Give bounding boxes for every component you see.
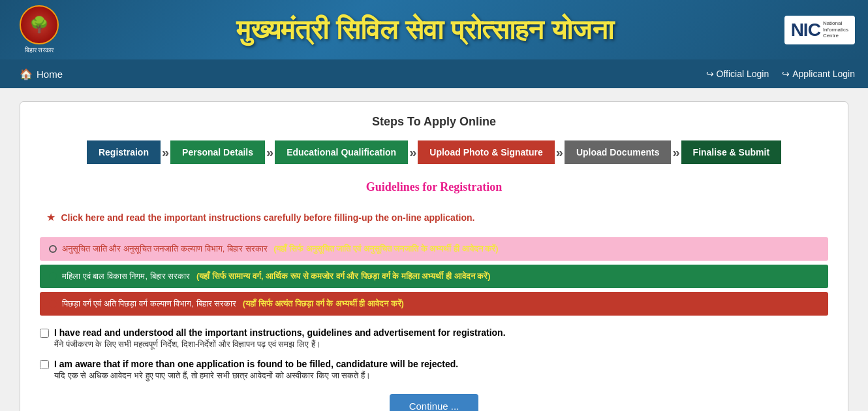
home-icon: 🏠 [20, 68, 33, 80]
checkbox-sub-1: मैंने पंजीकरण के लिए सभी महत्वपूर्ण निर्… [54, 339, 506, 350]
official-login-link[interactable]: ↪ Official Login [706, 69, 769, 79]
step-educational-qualification[interactable]: Educational Qualification [275, 140, 408, 164]
arrow-5: » [672, 145, 679, 160]
nic-logo: NIC National Informatics Centre [784, 16, 855, 44]
step-finalise-submit[interactable]: Finalise & Submit [681, 140, 781, 164]
steps-title: Steps To Apply Online [40, 115, 828, 129]
applicant-login-label: Applicant Login [792, 69, 855, 79]
checkbox-row-2: I am aware that if more than one applica… [40, 359, 828, 381]
cat-hindi-3: पिछड़ा वर्ग एवं अति पिछड़ा वर्ग कल्याण व… [62, 299, 404, 309]
cat-dot-1 [49, 245, 57, 253]
home-link[interactable]: 🏠 Home [13, 63, 69, 86]
important-link-row: ★ Click here and read the important inst… [40, 207, 828, 227]
nav-right: ↪ Official Login ↪ Applicant Login [706, 69, 855, 79]
checkbox-2[interactable] [40, 360, 49, 369]
step-registration[interactable]: Registraion [87, 140, 161, 164]
checkbox-row-1: I have read and understood all the impor… [40, 327, 828, 350]
nic-subtitle: National Informatics Centre [823, 20, 848, 39]
logo: 🌳 बिहार सरकार [13, 5, 65, 54]
official-login-label: Official Login [717, 69, 769, 79]
checkbox-section: I have read and understood all the impor… [40, 327, 828, 381]
logo-emblem: 🌳 [20, 5, 59, 44]
cat-dot-2 [49, 272, 57, 280]
header: 🌳 बिहार सरकार मुख्यमंत्री सिविल सेवा प्र… [0, 0, 868, 59]
cat-hindi-1: अनुसूचित जाति और अनुसूचित जनजाति कल्याण … [62, 244, 499, 254]
category-row-2[interactable]: महिला एवं बाल विकास निगम, बिहार सरकार (य… [40, 265, 828, 288]
cat-note-3: (यहाँ सिर्फ अत्यंत पिछड़ा वर्ग के अभ्यर्… [243, 299, 404, 308]
navbar: 🏠 Home ↪ Official Login ↪ Applicant Logi… [0, 59, 868, 88]
checkbox-1[interactable] [40, 329, 49, 338]
logo-label: बिहार सरकार [25, 46, 54, 54]
step-upload-documents[interactable]: Upload Documents [565, 140, 672, 164]
checkbox-label-2: I am aware that if more than one applica… [54, 359, 458, 369]
continue-button[interactable]: Continue ... [390, 394, 479, 411]
steps-bar: Registraion » Personal Details » Educati… [40, 140, 828, 164]
step-personal-details[interactable]: Personal Details [170, 140, 265, 164]
site-title: मुख्यमंत्री सिविल सेवा प्रोत्साहन योजना [65, 14, 784, 46]
category-row-1[interactable]: अनुसूचित जाति और अनुसूचित जनजाति कल्याण … [40, 237, 828, 261]
cat-note-1: (यहाँ सिर्फ अनुसूचित जाति एवं अनुसूचित ज… [273, 244, 498, 254]
nic-brand: NIC [791, 20, 820, 41]
step-upload-photo-signature[interactable]: Upload Photo & Signature [418, 140, 554, 164]
important-link[interactable]: Click here and read the important instru… [61, 212, 474, 223]
category-row-3[interactable]: पिछड़ा वर्ग एवं अति पिछड़ा वर्ग कल्याण व… [40, 292, 828, 316]
official-login-icon: ↪ [706, 69, 714, 79]
star-icon: ★ [46, 212, 55, 223]
arrow-1: » [162, 145, 169, 160]
arrow-2: » [266, 145, 273, 160]
guidelines-title: Guidelines for Registration [40, 180, 828, 194]
home-label: Home [37, 69, 63, 80]
applicant-login-link[interactable]: ↪ Applicant Login [782, 69, 855, 79]
cat-dot-3 [49, 300, 57, 308]
checkbox-sub-2: यदि एक से अधिक आवेदन भरे हुए पाए जाते है… [54, 370, 458, 381]
card: Steps To Apply Online Registraion » Pers… [20, 101, 848, 411]
arrow-3: » [409, 145, 416, 160]
arrow-4: » [556, 145, 563, 160]
nav-left: 🏠 Home [13, 63, 69, 86]
cat-hindi-2: महिला एवं बाल विकास निगम, बिहार सरकार (य… [62, 271, 491, 282]
applicant-login-icon: ↪ [782, 69, 790, 79]
main-content: Steps To Apply Online Registraion » Pers… [0, 88, 868, 411]
cat-note-2: (यहाँ सिर्फ सामान्य वर्ग, आर्थिक रूप से … [196, 271, 491, 281]
checkbox-label-1: I have read and understood all the impor… [54, 327, 506, 338]
continue-wrap: Continue ... [40, 394, 828, 411]
